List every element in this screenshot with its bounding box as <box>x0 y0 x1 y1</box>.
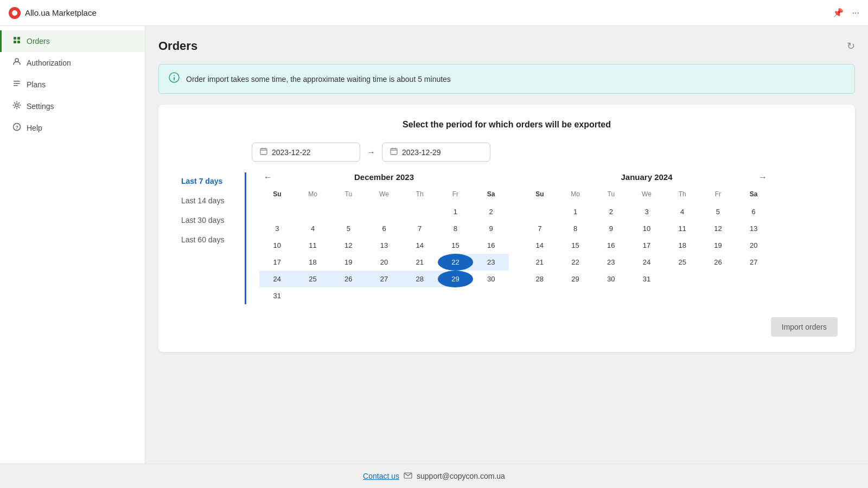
pin-icon[interactable]: 📌 <box>833 8 844 18</box>
date-end-input[interactable]: 2023-12-29 <box>382 143 490 162</box>
cal-day[interactable]: 29 <box>438 271 474 287</box>
cal-day[interactable]: 24 <box>259 271 295 287</box>
cal-day[interactable]: 18 <box>665 237 700 254</box>
sidebar-item-orders[interactable]: Orders <box>0 30 145 52</box>
main-layout: Orders Authorization Plans Settings ? He… <box>0 26 868 464</box>
cal-day[interactable]: 16 <box>473 237 509 254</box>
cal-day[interactable]: 22 <box>558 254 593 271</box>
cal-day[interactable]: 31 <box>259 287 295 304</box>
cal-day[interactable]: 21 <box>522 254 558 271</box>
cal-day[interactable]: 12 <box>700 220 736 237</box>
cal-day[interactable]: 31 <box>629 271 665 287</box>
cal-day[interactable]: 11 <box>295 237 331 254</box>
cal-day[interactable]: 28 <box>522 271 558 287</box>
dow-label: We <box>629 188 665 200</box>
cal-day[interactable]: 3 <box>629 203 665 220</box>
cal-day[interactable]: 13 <box>366 237 402 254</box>
prev-month-button[interactable]: ← <box>259 170 277 184</box>
cal-day[interactable]: 26 <box>330 271 366 287</box>
calendar-start-icon <box>260 147 267 157</box>
quick-option-7days[interactable]: Last 7 days <box>176 172 234 190</box>
cal-day[interactable]: 9 <box>593 220 629 237</box>
import-btn-row: Import orders <box>176 317 838 337</box>
cal-day[interactable]: 14 <box>522 237 558 254</box>
cal-day[interactable]: 25 <box>665 254 700 271</box>
cal-day[interactable]: 20 <box>366 254 402 271</box>
date-start-input[interactable]: 2023-12-22 <box>252 143 360 162</box>
cal-day[interactable]: 23 <box>593 254 629 271</box>
sidebar-item-plans[interactable]: Plans <box>0 74 145 95</box>
cal-day[interactable]: 12 <box>330 237 366 254</box>
day-wrapper: 20 <box>736 237 771 254</box>
cal-day[interactable]: 26 <box>700 254 736 271</box>
cal-day <box>295 203 331 212</box>
day-wrapper: 28 <box>522 271 558 287</box>
cal-day[interactable]: 7 <box>402 220 438 237</box>
cal-day[interactable]: 20 <box>736 237 771 254</box>
cal-day[interactable]: 9 <box>473 220 509 237</box>
day-wrapper: 21 <box>522 254 558 271</box>
cal-day[interactable]: 3 <box>259 220 295 237</box>
days-grid: 1234567891011121314151617181920212223242… <box>259 203 509 304</box>
cal-day[interactable]: 17 <box>259 254 295 271</box>
cal-day[interactable]: 16 <box>593 237 629 254</box>
cal-day[interactable]: 14 <box>402 237 438 254</box>
content-header: Orders ↻ <box>158 39 855 53</box>
cal-day[interactable]: 1 <box>558 203 593 220</box>
more-icon[interactable]: ··· <box>852 8 859 18</box>
cal-day[interactable]: 18 <box>295 254 331 271</box>
cal-day[interactable]: 30 <box>473 271 509 287</box>
cal-day[interactable]: 23 <box>473 254 509 271</box>
quick-option-60days[interactable]: Last 60 days <box>176 231 234 248</box>
cal-day[interactable]: 19 <box>330 254 366 271</box>
cal-day[interactable]: 6 <box>366 220 402 237</box>
cal-day[interactable]: 25 <box>295 271 331 287</box>
settings-icon <box>12 101 21 112</box>
quick-option-14days[interactable]: Last 14 days <box>176 192 234 209</box>
sidebar-item-authorization[interactable]: Authorization <box>0 52 145 74</box>
cal-day[interactable]: 10 <box>629 220 665 237</box>
cal-day[interactable]: 7 <box>522 220 558 237</box>
cal-day[interactable]: 13 <box>736 220 771 237</box>
cal-day[interactable]: 10 <box>259 237 295 254</box>
next-month-button[interactable]: → <box>754 170 771 184</box>
cal-day[interactable]: 11 <box>665 220 700 237</box>
cal-day[interactable]: 27 <box>366 271 402 287</box>
cal-day[interactable]: 8 <box>558 220 593 237</box>
cal-day[interactable]: 8 <box>438 220 474 237</box>
day-wrapper: 19 <box>330 254 366 271</box>
sidebar-item-settings[interactable]: Settings <box>0 95 145 117</box>
refresh-icon[interactable]: ↻ <box>847 40 855 52</box>
cal-day[interactable]: 2 <box>473 203 509 220</box>
cal-day[interactable]: 5 <box>330 220 366 237</box>
dow-label: Fr <box>700 188 736 200</box>
calendar-january: January 2024 → SuMoTuWeThFrSa12345678910… <box>522 172 771 304</box>
sidebar-item-help[interactable]: ? Help <box>0 117 145 139</box>
import-orders-button[interactable]: Import orders <box>771 317 838 337</box>
cal-day[interactable]: 30 <box>593 271 629 287</box>
cal-day[interactable]: 21 <box>402 254 438 271</box>
cal-day[interactable]: 24 <box>629 254 665 271</box>
cal-day[interactable]: 22 <box>438 254 474 271</box>
cal-day[interactable]: 5 <box>700 203 736 220</box>
dow-label: Tu <box>593 188 629 200</box>
dow-label: Sa <box>473 188 509 200</box>
contact-us-link[interactable]: Contact us <box>363 472 399 480</box>
cal-day[interactable]: 4 <box>665 203 700 220</box>
cal-day[interactable]: 29 <box>558 271 593 287</box>
cal-day[interactable]: 17 <box>629 237 665 254</box>
cal-day[interactable]: 28 <box>402 271 438 287</box>
topbar-right: 📌 ··· <box>833 8 859 18</box>
cal-day[interactable]: 27 <box>736 254 771 271</box>
day-wrapper: 1 <box>558 203 593 220</box>
cal-day[interactable]: 15 <box>438 237 474 254</box>
cal-day[interactable]: 15 <box>558 237 593 254</box>
cal-day[interactable]: 6 <box>736 203 771 220</box>
day-wrapper: 17 <box>629 237 665 254</box>
quick-option-30days[interactable]: Last 30 days <box>176 211 234 229</box>
svg-rect-12 <box>174 77 175 80</box>
cal-day[interactable]: 1 <box>438 203 474 220</box>
cal-day[interactable]: 2 <box>593 203 629 220</box>
cal-day[interactable]: 19 <box>700 237 736 254</box>
cal-day[interactable]: 4 <box>295 220 331 237</box>
